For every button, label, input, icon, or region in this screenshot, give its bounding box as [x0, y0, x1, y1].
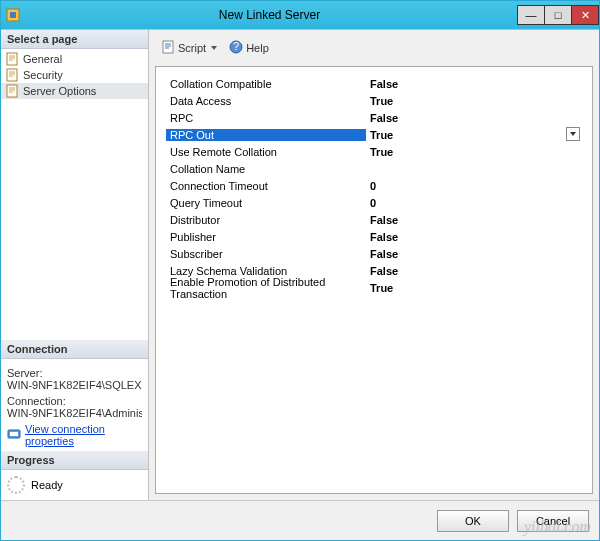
dialog-footer: OK Cancel — [1, 500, 599, 540]
property-row[interactable]: Use Remote CollationTrue — [166, 143, 582, 160]
property-row[interactable]: Query Timeout0 — [166, 194, 582, 211]
page-icon — [5, 68, 19, 82]
svg-rect-2 — [7, 53, 17, 65]
property-row[interactable]: Enable Promotion of Distributed Transact… — [166, 279, 582, 296]
dialog-window: New Linked Server — □ ✕ Select a page Ge… — [0, 0, 600, 541]
property-name: Query Timeout — [166, 197, 366, 209]
connection-label: Connection: — [7, 395, 142, 407]
ok-button[interactable]: OK — [437, 510, 509, 532]
left-pane: Select a page GeneralSecurityServer Opti… — [1, 30, 149, 500]
property-value[interactable]: False — [366, 112, 582, 124]
app-icon — [5, 7, 21, 23]
property-row[interactable]: Collation Name — [166, 160, 582, 177]
connection-header: Connection — [1, 340, 148, 359]
nav-item-label: Server Options — [23, 85, 96, 97]
chevron-down-icon — [211, 46, 217, 50]
property-value[interactable]: False — [366, 231, 582, 243]
nav-item-label: Security — [23, 69, 63, 81]
property-value[interactable]: 0 — [366, 197, 582, 209]
right-pane: Script ? Help Collation CompatibleFalseD… — [149, 30, 599, 500]
page-nav: GeneralSecurityServer Options — [1, 49, 148, 101]
property-row[interactable]: DistributorFalse — [166, 211, 582, 228]
help-label: Help — [246, 42, 269, 54]
property-name: Collation Name — [166, 163, 366, 175]
svg-rect-3 — [7, 69, 17, 81]
property-value[interactable]: True — [366, 129, 582, 141]
view-connection-label: View connection properties — [25, 423, 142, 447]
dialog-body: Select a page GeneralSecurityServer Opti… — [1, 29, 599, 500]
property-name: Collation Compatible — [166, 78, 366, 90]
script-label: Script — [178, 42, 206, 54]
property-row[interactable]: Collation CompatibleFalse — [166, 75, 582, 92]
server-label: Server: — [7, 367, 142, 379]
property-name: RPC Out — [166, 129, 366, 141]
property-value[interactable]: False — [366, 78, 582, 90]
property-name: Data Access — [166, 95, 366, 107]
property-name: Publisher — [166, 231, 366, 243]
close-button[interactable]: ✕ — [571, 5, 599, 25]
nav-item-label: General — [23, 53, 62, 65]
property-name: Use Remote Collation — [166, 146, 366, 158]
property-name: RPC — [166, 112, 366, 124]
property-name: Connection Timeout — [166, 180, 366, 192]
property-value[interactable]: True — [366, 282, 582, 294]
page-icon — [5, 52, 19, 66]
property-row[interactable]: PublisherFalse — [166, 228, 582, 245]
help-button[interactable]: ? Help — [225, 38, 273, 58]
progress-spinner-icon — [7, 476, 25, 494]
page-icon — [5, 84, 19, 98]
svg-rect-7 — [163, 41, 173, 53]
property-value[interactable]: True — [366, 146, 582, 158]
progress-block: Ready — [1, 470, 148, 500]
maximize-button[interactable]: □ — [544, 5, 572, 25]
svg-text:?: ? — [233, 40, 239, 52]
property-row[interactable]: RPC OutTrue — [166, 126, 582, 143]
property-value[interactable]: False — [366, 214, 582, 226]
property-row[interactable]: Connection Timeout0 — [166, 177, 582, 194]
property-value[interactable]: False — [366, 248, 582, 260]
property-name: Enable Promotion of Distributed Transact… — [166, 276, 366, 300]
svg-rect-4 — [7, 85, 17, 97]
property-grid[interactable]: Collation CompatibleFalseData AccessTrue… — [155, 66, 593, 494]
minimize-button[interactable]: — — [517, 5, 545, 25]
connection-icon — [7, 427, 21, 443]
progress-text: Ready — [31, 479, 63, 491]
nav-item[interactable]: Security — [1, 67, 148, 83]
property-value[interactable]: False — [366, 265, 582, 277]
property-value[interactable]: 0 — [366, 180, 582, 192]
property-value[interactable]: True — [366, 95, 582, 107]
script-button[interactable]: Script — [157, 38, 221, 58]
connection-info: Server: WIN-9NF1K82EIF4\SQLEXPRES Connec… — [1, 359, 148, 451]
property-name: Subscriber — [166, 248, 366, 260]
property-row[interactable]: RPCFalse — [166, 109, 582, 126]
svg-rect-6 — [10, 432, 18, 436]
window-controls: — □ ✕ — [518, 5, 599, 25]
progress-header: Progress — [1, 451, 148, 470]
select-page-header: Select a page — [1, 30, 148, 49]
property-row[interactable]: Data AccessTrue — [166, 92, 582, 109]
toolbar: Script ? Help — [155, 36, 593, 60]
nav-item[interactable]: Server Options — [1, 83, 148, 99]
svg-rect-1 — [10, 12, 16, 18]
script-icon — [161, 40, 175, 56]
view-connection-link[interactable]: View connection properties — [7, 423, 142, 447]
connection-value: WIN-9NF1K82EIF4\Administrator — [7, 407, 142, 419]
property-row[interactable]: SubscriberFalse — [166, 245, 582, 262]
help-icon: ? — [229, 40, 243, 56]
titlebar[interactable]: New Linked Server — □ ✕ — [1, 1, 599, 29]
server-value: WIN-9NF1K82EIF4\SQLEXPRES — [7, 379, 142, 391]
window-title: New Linked Server — [21, 8, 518, 22]
dropdown-button[interactable] — [566, 127, 580, 141]
cancel-button[interactable]: Cancel — [517, 510, 589, 532]
property-name: Distributor — [166, 214, 366, 226]
nav-item[interactable]: General — [1, 51, 148, 67]
